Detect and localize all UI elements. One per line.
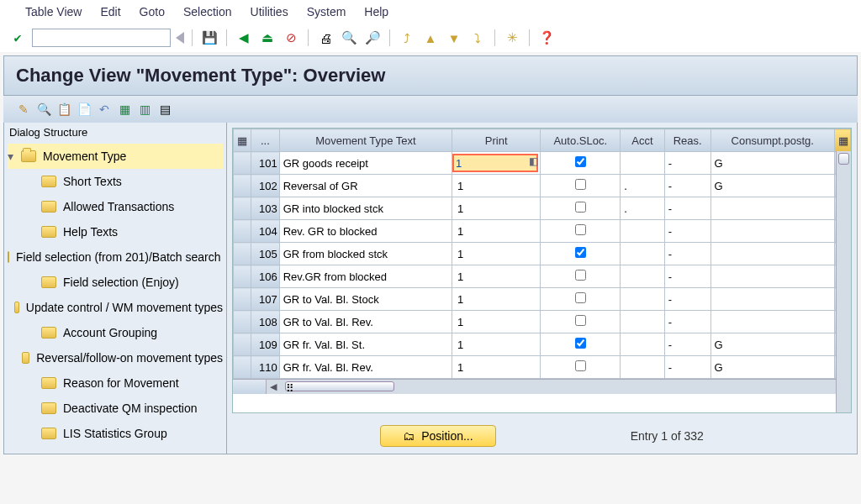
first-page-icon[interactable]: ⤴ [398, 29, 416, 47]
menu-utilities[interactable]: Utilities [251, 5, 288, 18]
reas-cell[interactable]: - [664, 152, 710, 175]
acct-cell[interactable] [621, 311, 665, 333]
find-icon[interactable]: 🔍 [340, 29, 358, 47]
acct-cell[interactable] [621, 333, 665, 356]
col-dots[interactable]: ... [251, 129, 280, 152]
row-selector[interactable] [234, 152, 251, 175]
hscroll-left-icon[interactable]: ◀ [267, 381, 280, 392]
tree-child[interactable]: LIS Statistics Group [8, 421, 223, 446]
print-input[interactable] [456, 176, 535, 195]
autosloc-cell[interactable] [541, 356, 621, 379]
new-session-icon[interactable]: ✳ [503, 29, 521, 47]
autosloc-checkbox[interactable] [575, 360, 586, 371]
reas-cell[interactable]: - [664, 288, 710, 311]
acct-cell[interactable] [621, 265, 665, 288]
scrollbar-thumb[interactable] [838, 153, 849, 165]
deselect-icon[interactable]: ▤ [156, 101, 173, 118]
hscroll-track[interactable]: ⠿ [280, 380, 837, 394]
autosloc-cell[interactable] [541, 265, 621, 288]
details-icon[interactable]: 🔍 [35, 101, 52, 118]
autosloc-cell[interactable] [541, 243, 621, 265]
autosloc-cell[interactable] [541, 152, 621, 175]
consumpt-cell[interactable]: G [710, 333, 834, 356]
exit-icon[interactable]: ⏏ [258, 29, 277, 47]
f4-help-icon[interactable]: ◧ [529, 155, 538, 167]
acct-cell[interactable] [621, 220, 665, 243]
reas-cell[interactable]: - [664, 333, 710, 356]
menu-goto[interactable]: Goto [140, 5, 165, 18]
autosloc-checkbox[interactable] [575, 270, 586, 281]
consumpt-cell[interactable] [710, 220, 834, 243]
tree-child[interactable]: Field selection (from 201)/Batch search … [8, 244, 223, 270]
consumpt-cell[interactable] [710, 311, 834, 333]
autosloc-checkbox[interactable] [575, 338, 586, 349]
tree-child[interactable]: Reversal/follow-on movement types [8, 345, 223, 370]
print-input[interactable] [456, 199, 535, 218]
help-icon[interactable]: ❓ [537, 29, 556, 47]
command-history-icon[interactable] [176, 32, 184, 44]
print-input[interactable] [456, 358, 535, 376]
acct-cell[interactable] [621, 356, 665, 379]
consumpt-cell[interactable] [710, 197, 834, 220]
consumpt-cell[interactable]: G [710, 175, 834, 197]
print-input[interactable] [456, 290, 535, 308]
prev-page-icon[interactable]: ▲ [421, 29, 440, 47]
autosloc-checkbox[interactable] [575, 224, 586, 235]
print-input[interactable] [456, 312, 535, 331]
autosloc-checkbox[interactable] [575, 292, 586, 303]
menu-system[interactable]: System [307, 5, 346, 18]
row-selector[interactable] [234, 243, 251, 265]
col-consumpt[interactable]: Consumpt.postg. [710, 129, 834, 152]
reas-cell[interactable]: - [664, 243, 710, 265]
tree-child[interactable]: Deactivate QM inspection [8, 396, 223, 421]
col-config-icon[interactable]: ▦ [834, 129, 850, 152]
reas-cell[interactable]: - [664, 175, 710, 197]
print-input[interactable] [452, 154, 538, 172]
acct-cell[interactable]: . [621, 197, 665, 220]
row-selector[interactable] [234, 333, 251, 356]
reas-cell[interactable]: - [664, 220, 710, 243]
consumpt-cell[interactable] [710, 243, 834, 265]
undo-icon[interactable]: ↶ [96, 101, 113, 118]
row-selector[interactable] [234, 197, 251, 220]
menu-help[interactable]: Help [364, 5, 388, 18]
save-icon[interactable]: 💾 [200, 29, 219, 47]
reas-cell[interactable]: - [664, 356, 710, 379]
reas-cell[interactable]: - [664, 265, 710, 288]
tree-child[interactable]: Short Texts [8, 169, 223, 194]
vertical-scrollbar[interactable] [836, 151, 851, 412]
row-selector[interactable] [234, 175, 251, 197]
horizontal-scrollbar[interactable]: ◀ ⠿ ▶ [233, 379, 851, 394]
tree-child[interactable]: Allowed Transactions [8, 194, 223, 219]
menu-table-view[interactable]: Table View [25, 5, 82, 18]
reas-cell[interactable]: - [664, 311, 710, 333]
col-reas[interactable]: Reas. [664, 129, 710, 152]
autosloc-cell[interactable] [541, 175, 621, 197]
change-display-icon[interactable]: ✎ [15, 101, 32, 118]
autosloc-checkbox[interactable] [575, 202, 586, 213]
autosloc-checkbox[interactable] [575, 247, 586, 258]
command-field[interactable] [32, 29, 171, 47]
ok-icon[interactable]: ✔ [8, 29, 27, 47]
select-all-icon[interactable]: ▦ [116, 101, 133, 118]
autosloc-cell[interactable] [541, 197, 621, 220]
delete-icon[interactable]: 📄 [76, 101, 92, 118]
tree-child[interactable]: Field selection (Enjoy) [8, 270, 223, 295]
next-page-icon[interactable]: ▼ [445, 29, 463, 47]
print-input[interactable] [456, 267, 535, 286]
col-print[interactable]: Print [452, 129, 541, 152]
print-input[interactable] [456, 244, 535, 263]
consumpt-cell[interactable] [710, 288, 834, 311]
menu-selection[interactable]: Selection [183, 5, 232, 18]
last-page-icon[interactable]: ⤵ [468, 29, 487, 47]
row-selector[interactable] [234, 220, 251, 243]
cancel-icon[interactable]: ⊘ [282, 29, 300, 47]
col-movement-type-text[interactable]: Movement Type Text [279, 129, 452, 152]
autosloc-cell[interactable] [541, 311, 621, 333]
acct-cell[interactable] [621, 243, 665, 265]
consumpt-cell[interactable]: G [710, 356, 834, 379]
autosloc-checkbox[interactable] [575, 315, 586, 326]
tree-child[interactable]: Help Texts [8, 219, 223, 244]
row-selector[interactable] [234, 311, 251, 333]
print-icon[interactable]: 🖨 [316, 29, 335, 47]
